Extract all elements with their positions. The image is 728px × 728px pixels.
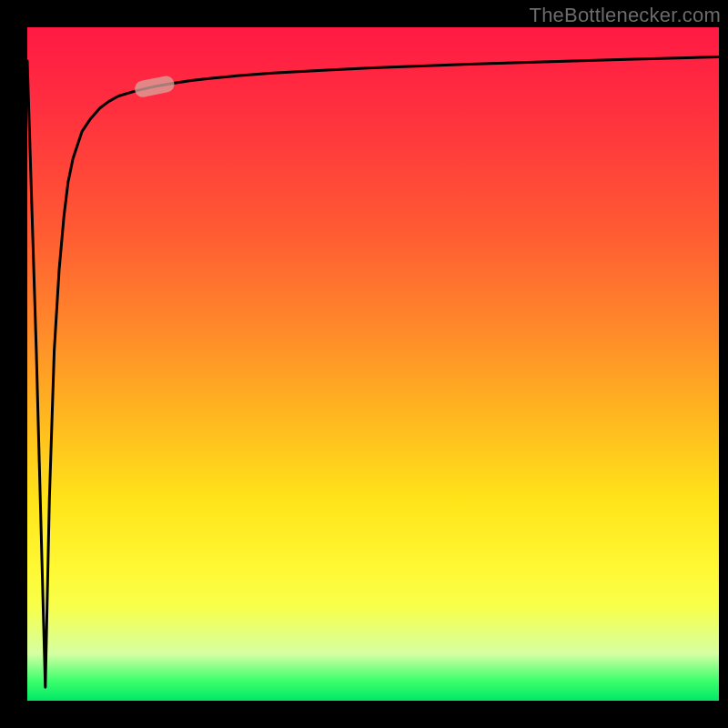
plot-gradient-background: [27, 27, 719, 701]
chart-frame: TheBottlenecker.com: [0, 0, 728, 728]
watermark-text: TheBottlenecker.com: [530, 4, 721, 27]
